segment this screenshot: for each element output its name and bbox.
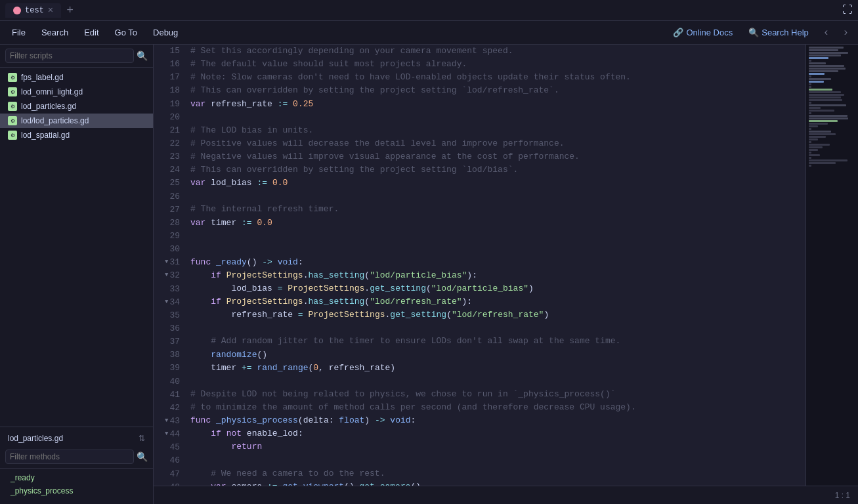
file-lod-spatial[interactable]: ⚙ lod_spatial.gd <box>0 128 153 142</box>
line-43: func _physics_process(delta: float) -> v… <box>190 414 805 427</box>
menu-edit[interactable]: Edit <box>77 25 105 40</box>
line-27: # The internal refresh timer. <box>190 203 805 216</box>
menu-file[interactable]: File <box>5 25 32 40</box>
file-label-omni: lod_omni_light.gd <box>21 87 83 96</box>
new-tab-button[interactable]: + <box>66 4 74 17</box>
editor-scroll[interactable]: 1516171819 2021222324 2526272829 30 ▼31 … <box>154 45 858 486</box>
methods-panel: lod_particles.gd ⇅ 🔍 _ready _physics_pro… <box>0 427 153 504</box>
search-help-label: Search Help <box>761 28 809 37</box>
line-numbers: 1516171819 2021222324 2526272829 30 ▼31 … <box>154 45 188 486</box>
search-help-link[interactable]: 🔍 Search Help <box>743 25 814 40</box>
line-18: # This can overridden by setting the pro… <box>190 84 805 97</box>
line-20 <box>190 111 805 124</box>
line-36 <box>190 322 805 335</box>
methods-filter-icon[interactable]: 🔍 <box>137 452 148 463</box>
menu-debug[interactable]: Debug <box>146 25 184 40</box>
line-21: # The LOD bias in units. <box>190 124 805 137</box>
line-29 <box>190 230 805 243</box>
line-22: # Positive values will decrease the deta… <box>190 137 805 150</box>
line-38: randomize() <box>190 348 805 362</box>
tab-icon <box>13 7 21 14</box>
menu-search[interactable]: Search <box>35 25 75 40</box>
line-35: refresh_rate = ProjectSettings.get_setti… <box>190 308 805 322</box>
online-docs-link[interactable]: 🔗 Online Docs <box>668 25 738 40</box>
line-46 <box>190 454 805 467</box>
line-34: if ProjectSettings.has_setting("lod/refr… <box>190 295 805 308</box>
sidebar: 🔍 ⚙ fps_label.gd ⚙ lod_omni_light.gd ⚙ l… <box>0 45 154 504</box>
line-28: var timer := 0.0 <box>190 217 805 230</box>
file-fps-label[interactable]: ⚙ fps_label.gd <box>0 70 153 85</box>
line-15: # Set this accordingly depending on your… <box>190 45 805 58</box>
file-lod-particles[interactable]: ⚙ lod_particles.gd <box>0 99 153 114</box>
line-30 <box>190 243 805 256</box>
file-icon-spatial: ⚙ <box>8 131 17 140</box>
scripts-filter-icon[interactable]: 🔍 <box>137 51 148 62</box>
editor-area: 1516171819 2021222324 2526272829 30 ▼31 … <box>154 45 858 504</box>
file-icon-particles: ⚙ <box>8 102 17 111</box>
method-physics-process[interactable]: _physics_process <box>0 484 153 497</box>
online-docs-label: Online Docs <box>686 28 733 37</box>
file-lod-omni-light[interactable]: ⚙ lod_omni_light.gd <box>0 85 153 99</box>
menu-goto[interactable]: Go To <box>108 25 144 40</box>
line-24: # This can overridden by setting the pro… <box>190 163 805 177</box>
file-label-particles: lod_particles.gd <box>21 102 76 111</box>
methods-list: _ready _physics_process <box>0 469 153 500</box>
methods-filter-bar: 🔍 <box>0 446 153 469</box>
method-ready[interactable]: _ready <box>0 471 153 484</box>
minimap-content <box>806 45 858 169</box>
line-33: lod_bias = ProjectSettings.get_setting("… <box>190 282 805 295</box>
current-file-name: lod_particles.gd ⇅ <box>0 431 153 446</box>
line-25: var lod_bias := 0.0 <box>190 177 805 190</box>
file-label-lod-particles: lod/lod_particles.gd <box>21 116 89 125</box>
main-layout: 🔍 ⚙ fps_label.gd ⚙ lod_omni_light.gd ⚙ l… <box>0 45 858 504</box>
fullscreen-button[interactable]: ⛶ <box>842 5 853 16</box>
line-39: timer += rand_range(0, refresh_rate) <box>190 362 805 375</box>
line-26 <box>190 190 805 203</box>
line-23: # Negative values will improve visual ap… <box>190 150 805 163</box>
nav-next-button[interactable]: › <box>838 26 853 40</box>
sort-methods-icon[interactable]: ⇅ <box>139 434 145 443</box>
line-31: func _ready() -> void: <box>190 256 805 269</box>
file-icon-lod-particles: ⚙ <box>8 116 17 125</box>
line-19: var refresh_rate := 0.25 <box>190 98 805 111</box>
file-icon-fps: ⚙ <box>8 73 17 82</box>
scripts-file-list: ⚙ fps_label.gd ⚙ lod_omni_light.gd ⚙ lod… <box>0 68 153 427</box>
menu-bar: File Search Edit Go To Debug 🔗 Online Do… <box>0 21 858 45</box>
scripts-filter-input[interactable] <box>5 49 134 63</box>
tab-label: test <box>25 6 44 15</box>
line-47: # We need a camera to do the rest. <box>190 467 805 480</box>
line-32: if ProjectSettings.has_setting("lod/part… <box>190 269 805 282</box>
line-45: return <box>190 440 805 453</box>
line-44: if not enable_lod: <box>190 427 805 440</box>
file-icon-omni: ⚙ <box>8 87 17 96</box>
file-lod-lod-particles[interactable]: ⚙ lod/lod_particles.gd <box>0 114 153 128</box>
line-16: # The default value should suit most pro… <box>190 58 805 71</box>
file-label-spatial: lod_spatial.gd <box>21 131 70 140</box>
tab-test[interactable]: test × <box>5 3 61 18</box>
cursor-position: 1 : 1 <box>835 491 850 500</box>
editor-status-bar: 1 : 1 <box>154 486 858 504</box>
scripts-filter-bar: 🔍 <box>0 45 153 68</box>
nav-prev-button[interactable]: ‹ <box>819 26 834 40</box>
menu-bar-right: 🔗 Online Docs 🔍 Search Help ‹ › <box>668 25 853 40</box>
line-37: # Add random jitter to the timer to ensu… <box>190 335 805 348</box>
line-42: # to minimize the amount of method calls… <box>190 401 805 414</box>
methods-filter-input[interactable] <box>5 450 134 464</box>
link-icon: 🔗 <box>673 28 683 37</box>
file-label-fps: fps_label.gd <box>21 73 64 82</box>
line-17: # Note: Slow cameras don't need to have … <box>190 71 805 84</box>
minimap <box>805 45 858 486</box>
tab-close-button[interactable]: × <box>48 6 53 15</box>
code-editor[interactable]: # Set this accordingly depending on your… <box>188 45 805 486</box>
title-bar: test × + ⛶ <box>0 0 858 21</box>
line-48: var camera := get_viewport().get_camera(… <box>190 480 805 486</box>
line-40 <box>190 375 805 388</box>
search-help-icon: 🔍 <box>748 28 759 37</box>
line-41: # Despite LOD not being related to physi… <box>190 388 805 401</box>
